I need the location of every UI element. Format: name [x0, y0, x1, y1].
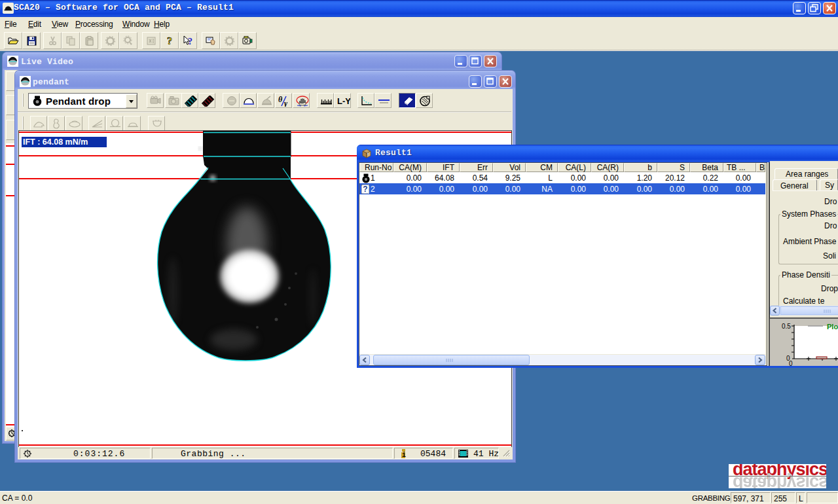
- svg-text:L-Y: L-Y: [337, 96, 350, 106]
- svg-text:θ: θ: [278, 96, 283, 104]
- svg-text:?: ?: [188, 37, 192, 46]
- svg-text:i: i: [402, 452, 406, 458]
- svg-text:0.5: 0.5: [782, 323, 791, 330]
- svg-text:0: 0: [789, 360, 793, 366]
- svg-text:γ: γ: [284, 99, 287, 107]
- svg-text:Plo: Plo: [827, 323, 838, 331]
- svg-text:?: ?: [167, 35, 172, 46]
